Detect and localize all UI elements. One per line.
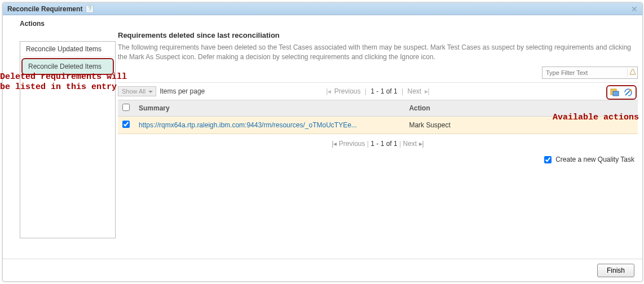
filter-row <box>118 66 638 79</box>
svg-rect-1 <box>613 91 619 96</box>
help-icon[interactable]: ? <box>86 5 94 13</box>
content-panel: Requirements deleted since last reconcil… <box>118 31 638 256</box>
next-link[interactable]: Next <box>408 87 422 95</box>
sidebar-item-label: Reconcile Updated Items <box>26 45 102 53</box>
panel-description: The following requirements have been del… <box>118 43 638 62</box>
dialog-title: Reconcile Requirement <box>7 5 82 13</box>
svg-point-2 <box>629 89 632 91</box>
row-action: Mark Suspect <box>404 116 638 134</box>
ignore-icon[interactable] <box>623 87 633 97</box>
col-action[interactable]: Action <box>404 100 638 116</box>
quality-task-label[interactable]: Create a new Quality Task <box>544 156 634 163</box>
dialog-footer: Finish <box>3 259 642 281</box>
action-icons-group <box>606 85 637 100</box>
requirement-link[interactable]: https://rqmx64a.rtp.raleigh.ibm.com:9443… <box>139 121 357 129</box>
sidebar-item-updated[interactable]: Reconcile Updated Items <box>20 42 115 57</box>
first-page-icon[interactable]: |◂ <box>332 140 337 148</box>
quality-task-checkbox[interactable] <box>544 156 552 163</box>
col-checkbox <box>118 100 134 116</box>
pager-top: |◂ Previous | 1 - 1 of 1 | Next ▸| <box>325 87 430 95</box>
prev-link[interactable]: Previous <box>334 87 361 95</box>
sidebar-item-deleted[interactable]: Reconcile Deleted Items <box>21 58 114 75</box>
close-icon[interactable]: ✕ <box>630 5 639 14</box>
panel-heading: Requirements deleted since last reconcil… <box>118 31 638 39</box>
page-range: 1 - 1 of 1 <box>370 140 397 148</box>
items-per-page-label: Items per page <box>160 87 205 95</box>
requirements-table: Summary Action https://rqmx64a.rtp.ralei… <box>118 100 638 134</box>
first-page-icon[interactable]: |◂ <box>326 87 331 95</box>
table-row[interactable]: https://rqmx64a.rtp.raleigh.ibm.com:9443… <box>118 116 638 134</box>
last-page-icon[interactable]: ▸| <box>419 140 424 148</box>
show-all-dropdown[interactable]: Show All <box>118 86 156 96</box>
next-link[interactable]: Next <box>403 140 417 148</box>
pager-bottom: |◂ Previous | 1 - 1 of 1 | Next ▸| <box>118 134 638 153</box>
clear-filter-icon[interactable] <box>627 68 637 77</box>
dialog-body: Actions Reconcile Updated Items Reconcil… <box>3 15 642 256</box>
last-page-icon[interactable]: ▸| <box>425 87 430 95</box>
actions-heading: Actions <box>20 20 637 28</box>
select-all-checkbox[interactable] <box>122 104 130 111</box>
actions-sidebar: Reconcile Updated Items Reconcile Delete… <box>20 41 116 238</box>
toolbar-row: Show All Items per page |◂ Previous | 1 … <box>118 82 638 100</box>
reconcile-dialog: Reconcile Requirement ? ✕ Actions Reconc… <box>2 2 643 282</box>
col-summary[interactable]: Summary <box>134 100 404 116</box>
finish-button[interactable]: Finish <box>597 264 634 277</box>
prev-link[interactable]: Previous <box>339 140 365 148</box>
sidebar-item-label: Reconcile Deleted Items <box>28 63 102 70</box>
mark-suspect-icon[interactable] <box>610 87 620 97</box>
filter-input[interactable] <box>542 69 627 76</box>
page-range: 1 - 1 of 1 <box>370 87 397 95</box>
titlebar: Reconcile Requirement ? ✕ <box>3 3 642 15</box>
row-checkbox[interactable] <box>122 121 130 128</box>
filter-box <box>542 66 638 79</box>
quality-task-row: Create a new Quality Task <box>118 153 638 163</box>
